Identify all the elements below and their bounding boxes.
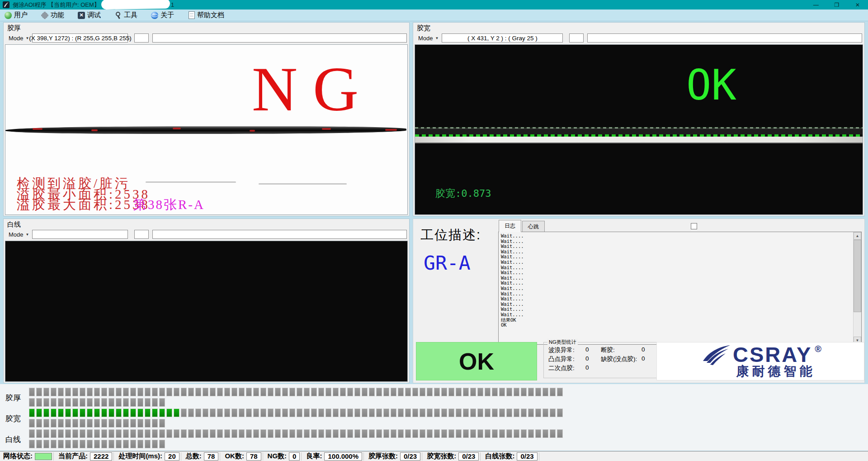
indicator-cell: [362, 409, 368, 417]
indicator-cell: [152, 419, 158, 428]
menu-item-user[interactable]: 用户: [5, 11, 28, 19]
mode-dropdown[interactable]: Mode ▼: [6, 35, 30, 42]
frame-indicator-area: 胶厚胶宽白线: [0, 384, 868, 451]
small-field[interactable]: [134, 230, 149, 239]
glue-edge-band: [5, 126, 406, 134]
ng-stat-value: 0: [585, 364, 589, 371]
log-scrollbar[interactable]: ▲ ▼: [853, 232, 861, 344]
minimize-button[interactable]: —: [806, 0, 826, 10]
statusbar-label: 当前产品:: [55, 452, 90, 461]
mode-label: Mode: [9, 35, 24, 42]
pixel-info-field[interactable]: (X 398,Y 1272) : (R 255,G 255,B 255): [32, 33, 128, 43]
indicator-cell: [159, 398, 165, 407]
indicator-cell: [557, 388, 563, 396]
indicator-cell: [485, 409, 491, 417]
glue-width-image[interactable]: OK 胶宽:0.873: [415, 44, 863, 215]
network-status-indicator: [35, 453, 52, 460]
indicator-cell: [398, 388, 404, 396]
small-field[interactable]: [134, 33, 149, 43]
app-icon: [3, 1, 9, 8]
menu-item-function[interactable]: 功能: [41, 11, 64, 19]
indicator-cell: [420, 409, 425, 417]
close-button[interactable]: ✕: [847, 0, 868, 10]
menu-item-help[interactable]: 帮助文档: [188, 11, 224, 19]
indicator-cell: [477, 388, 483, 396]
pixel-info-field[interactable]: [32, 230, 128, 239]
indicator-cell: [463, 388, 469, 396]
log-checkbox[interactable]: [691, 223, 697, 229]
indicator-cell: [145, 440, 151, 448]
indicator-row: [29, 388, 563, 396]
maximize-button[interactable]: ❐: [826, 0, 847, 10]
indicator-cell: [311, 388, 317, 396]
indicator-cell: [260, 409, 266, 417]
indicator-cell: [29, 429, 35, 438]
indicator-cell: [260, 388, 266, 396]
log-line: Wait....: [501, 270, 861, 276]
indicator-cell: [333, 429, 339, 438]
indicator-cell: [514, 409, 519, 417]
scroll-up-icon[interactable]: ▲: [854, 232, 861, 240]
indicator-cell: [51, 440, 57, 448]
menu-item-tools[interactable]: 工具: [114, 11, 137, 19]
indicator-cell: [297, 429, 302, 438]
statusbar-label: 白线张数:: [482, 452, 517, 461]
indicator-cell: [231, 388, 237, 396]
menu-item-debug[interactable]: ✕调试: [78, 11, 101, 19]
indicator-row: [29, 440, 165, 448]
white-line-image[interactable]: [5, 241, 408, 382]
menu-item-label: 关于: [160, 11, 174, 19]
ng-stat-row: 断胶:0: [601, 346, 615, 354]
pixel-info-field[interactable]: ( X 431, Y 2 ) : ( Gray 25 ): [442, 33, 563, 43]
menu-item-label: 用户: [14, 11, 28, 19]
indicator-cell: [434, 409, 440, 417]
indicator-cell: [506, 429, 512, 438]
indicator-cell: [521, 388, 527, 396]
indicator-cell: [159, 388, 165, 396]
indicator-cell: [217, 409, 223, 417]
indicator-cell: [210, 409, 216, 417]
indicator-cell: [87, 398, 93, 407]
indicator-cell: [542, 409, 548, 417]
scrollbar-thumb[interactable]: [854, 240, 861, 312]
indicator-cell: [101, 398, 107, 407]
indicator-cell: [412, 429, 418, 438]
log-line: Wait....: [501, 260, 861, 265]
message-field[interactable]: [152, 230, 407, 239]
message-field[interactable]: [152, 33, 407, 43]
mode-dropdown[interactable]: Mode ▼: [6, 231, 30, 238]
small-field[interactable]: [569, 33, 584, 43]
indicator-cell: [137, 440, 143, 448]
indicator-cell: [376, 429, 382, 438]
indicator-cell: [80, 419, 85, 428]
overall-result-button[interactable]: OK: [416, 342, 537, 380]
indicator-cell: [492, 429, 498, 438]
indicator-cell: [448, 409, 454, 417]
indicator-cell: [36, 409, 42, 417]
glue-thickness-image[interactable]: NG 检测到溢胶/脏污 溢胶最小面积:2538 溢胶最大面积:2538 第38张…: [5, 44, 408, 215]
indicator-cell: [130, 388, 136, 396]
indicator-cell: [528, 429, 534, 438]
indicator-cell: [557, 409, 563, 417]
indicator-cell: [137, 409, 143, 417]
mode-dropdown[interactable]: Mode ▼: [415, 35, 440, 42]
indicator-cell: [159, 409, 165, 417]
indicator-cell: [362, 429, 368, 438]
indicator-cell: [391, 409, 396, 417]
log-tab-心跳[interactable]: 心跳: [522, 221, 545, 232]
indicator-cell: [456, 429, 462, 438]
indicator-cell: [145, 388, 151, 396]
indicator-cell: [217, 429, 223, 438]
indicator-cell: [376, 388, 382, 396]
log-tab-日志[interactable]: 日志: [499, 220, 521, 232]
ng-stat-value: 0: [642, 355, 645, 362]
indicator-cell: [354, 429, 360, 438]
indicator-cell: [485, 388, 491, 396]
indicator-cell: [224, 388, 230, 396]
message-field[interactable]: [587, 33, 862, 43]
menu-item-about[interactable]: 关于: [151, 11, 174, 19]
indicator-cell: [29, 398, 35, 407]
indicator-cell: [36, 398, 42, 407]
indicator-cell: [72, 419, 78, 428]
indicator-cell: [376, 409, 382, 417]
